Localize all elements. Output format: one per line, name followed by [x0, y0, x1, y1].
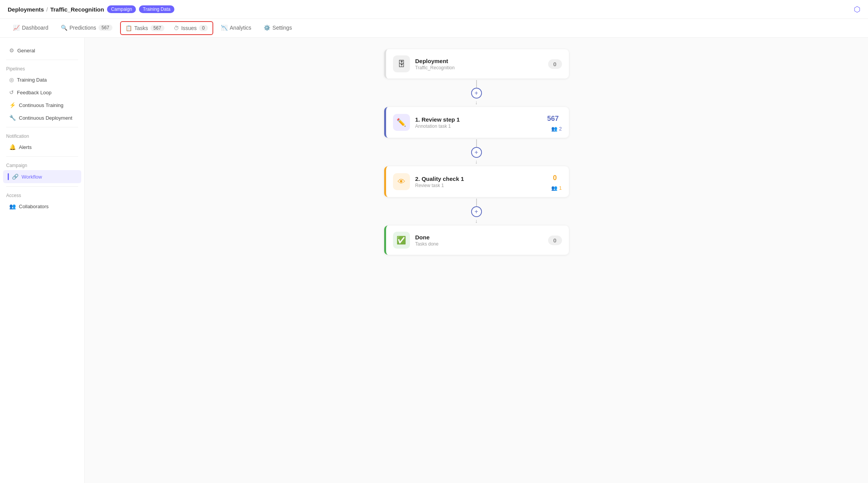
quality-users: 👥 1: [551, 185, 562, 191]
sidebar-divider-3: [6, 156, 78, 157]
deployment-meta: 0: [548, 59, 562, 69]
done-title: Done: [415, 234, 543, 241]
add-step-btn-1[interactable]: +: [471, 88, 482, 99]
general-icon: ⚙: [9, 47, 14, 53]
sidebar-label-alerts: Alerts: [19, 144, 32, 150]
quality-info: 2. Quality check 1 Review task 1: [415, 175, 543, 188]
step-done[interactable]: ✅ Done Tasks done 0: [384, 226, 569, 255]
sidebar-item-alerts[interactable]: 🔔 Alerts: [3, 141, 81, 153]
sidebar-label-workflow: Workflow: [22, 174, 42, 180]
active-bar: [8, 173, 9, 180]
tab-bar: 📈 Dashboard 🔍 Predictions 567 📋 Tasks 56…: [0, 19, 868, 38]
sidebar-label-collaborators: Collaborators: [19, 204, 49, 209]
continuous-deployment-icon: 🔧: [9, 115, 16, 121]
quality-count: 0: [548, 172, 562, 184]
add-step-btn-2[interactable]: +: [471, 147, 482, 158]
deployment-subtitle: Traffic_Recognition: [415, 65, 543, 70]
connector-2: + ↓: [471, 138, 482, 166]
tab-predictions-label: Predictions: [70, 25, 96, 31]
done-icon-wrap: ✅: [393, 232, 410, 249]
sidebar-divider-2: [6, 127, 78, 127]
top-header: Deployments / Traffic_Recognition Campai…: [0, 0, 868, 19]
arrow-down-3: ↓: [475, 218, 478, 224]
tab-dashboard-label: Dashboard: [22, 25, 49, 31]
done-icon: ✅: [396, 236, 406, 245]
connector-line-3: [476, 199, 477, 206]
deployment-icon-wrap: 🗄: [393, 55, 410, 72]
arrow-down-1: ↓: [475, 99, 478, 105]
sidebar-item-workflow[interactable]: 🔗 Workflow: [3, 170, 81, 183]
sidebar-item-training-data[interactable]: ◎ Training Data: [3, 74, 81, 86]
tab-issues-label: Issues: [181, 25, 197, 31]
tab-analytics[interactable]: 📉 Analytics: [216, 20, 257, 36]
issues-count: 0: [199, 25, 208, 31]
deployment-count: 0: [548, 59, 562, 69]
sidebar-divider-1: [6, 60, 78, 60]
connector-line-1: [476, 80, 477, 88]
sidebar-label-continuous-training: Continuous Training: [19, 102, 64, 108]
deployment-title: Deployment: [415, 58, 543, 64]
quality-subtitle: Review task 1: [415, 183, 543, 188]
sidebar-label-feedback-loop: Feedback Loop: [17, 90, 52, 95]
sidebar-label-continuous-deployment: Continuous Deployment: [19, 115, 72, 121]
review-title: 1. Review step 1: [415, 116, 539, 123]
tab-issues[interactable]: ⏱ Issues 0: [169, 22, 212, 34]
sidebar-item-feedback-loop[interactable]: ↺ Feedback Loop: [3, 86, 81, 99]
workflow-icon: 🔗: [12, 174, 18, 180]
dashboard-icon: 📈: [13, 25, 20, 31]
sidebar-section-pipelines: Pipelines: [0, 63, 84, 73]
sidebar-label-training-data: Training Data: [17, 77, 47, 83]
tab-tasks-label: Tasks: [134, 25, 148, 31]
connector-1: + ↓: [471, 79, 482, 107]
done-count: 0: [548, 236, 562, 245]
tab-tasks[interactable]: 📋 Tasks 567: [121, 22, 169, 34]
training-data-icon: ◎: [9, 77, 14, 83]
issues-icon: ⏱: [174, 25, 179, 31]
sidebar-section-notification: Notification: [0, 130, 84, 140]
step-deployment[interactable]: 🗄 Deployment Traffic_Recognition 0: [384, 49, 569, 79]
sidebar-item-continuous-training[interactable]: ⚡ Continuous Training: [3, 99, 81, 111]
workflow-canvas: 🗄 Deployment Traffic_Recognition 0 + ↓: [380, 49, 573, 255]
add-step-btn-3[interactable]: +: [471, 206, 482, 217]
tab-predictions[interactable]: 🔍 Predictions 567: [55, 20, 118, 36]
done-info: Done Tasks done: [415, 234, 543, 247]
tab-settings-label: Settings: [273, 25, 292, 31]
continuous-training-icon: ⚡: [9, 102, 16, 108]
tasks-icon: 📋: [125, 25, 132, 31]
deployment-icon: 🗄: [398, 60, 405, 69]
tab-dashboard[interactable]: 📈 Dashboard: [8, 20, 54, 36]
quality-icon-wrap: 👁: [393, 173, 410, 190]
export-icon[interactable]: ⬡: [854, 5, 860, 14]
settings-icon: ⚙️: [264, 25, 270, 31]
sidebar-label-general: General: [17, 48, 35, 53]
done-meta: 0: [548, 236, 562, 245]
quality-title: 2. Quality check 1: [415, 175, 543, 182]
content-area: 🗄 Deployment Traffic_Recognition 0 + ↓: [85, 38, 868, 483]
breadcrumb-separator: /: [46, 6, 48, 13]
badge-training[interactable]: Training Data: [139, 5, 174, 13]
predictions-count: 567: [99, 25, 112, 31]
predictions-icon: 🔍: [61, 25, 67, 31]
review-info: 1. Review step 1 Annotation task 1: [415, 116, 539, 129]
review-users: 👥 2: [551, 126, 562, 132]
breadcrumb: Deployments / Traffic_Recognition: [8, 6, 104, 13]
tab-tasks-issues-group: 📋 Tasks 567 ⏱ Issues 0: [120, 21, 213, 35]
done-subtitle: Tasks done: [415, 241, 543, 247]
sidebar-section-access: Access: [0, 190, 84, 200]
app-container: Deployments / Traffic_Recognition Campai…: [0, 0, 868, 483]
review-count: 567: [544, 113, 562, 124]
sidebar-section-campaign: Campaign: [0, 160, 84, 170]
step-quality-check[interactable]: 👁 2. Quality check 1 Review task 1 0 👥 1: [384, 166, 569, 197]
quality-meta: 0 👥 1: [548, 172, 562, 191]
feedback-loop-icon: ↺: [9, 89, 14, 95]
sidebar-item-collaborators[interactable]: 👥 Collaborators: [3, 200, 81, 212]
tab-settings[interactable]: ⚙️ Settings: [258, 20, 298, 36]
sidebar-item-general[interactable]: ⚙ General: [3, 44, 81, 57]
badge-campaign[interactable]: Campaign: [107, 5, 136, 13]
breadcrumb-project[interactable]: Traffic_Recognition: [50, 6, 104, 13]
sidebar-item-continuous-deployment[interactable]: 🔧 Continuous Deployment: [3, 112, 81, 124]
breadcrumb-deployments[interactable]: Deployments: [8, 6, 44, 13]
alerts-icon: 🔔: [9, 144, 16, 150]
step-review-1[interactable]: ✏️ 1. Review step 1 Annotation task 1 56…: [384, 107, 569, 138]
collaborators-icon: 👥: [9, 203, 16, 209]
